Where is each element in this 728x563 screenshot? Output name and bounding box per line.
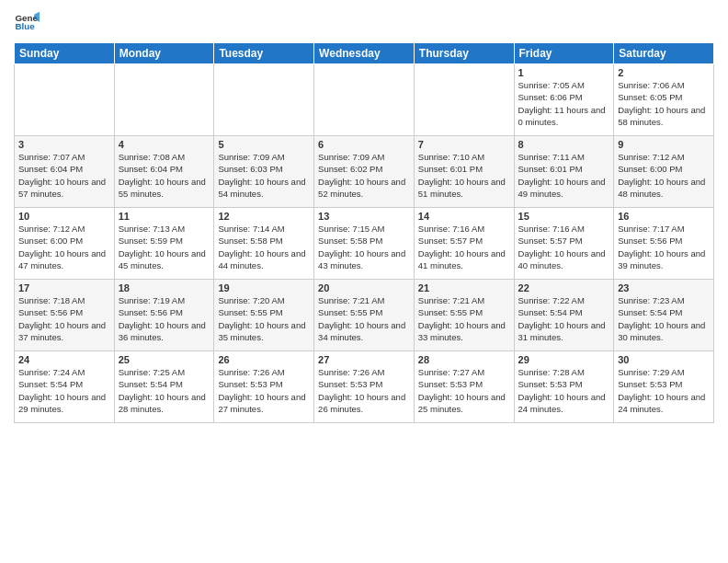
day-cell: 13Sunrise: 7:15 AMSunset: 5:58 PMDayligh… [314, 208, 415, 280]
day-info: Sunrise: 7:11 AMSunset: 6:01 PMDaylight:… [518, 151, 610, 200]
day-info: Sunrise: 7:18 AMSunset: 5:56 PMDaylight:… [18, 294, 110, 343]
day-number: 3 [18, 139, 110, 150]
day-cell: 30Sunrise: 7:29 AMSunset: 5:53 PMDayligh… [614, 351, 714, 423]
day-number: 24 [18, 354, 110, 365]
week-row: 24Sunrise: 7:24 AMSunset: 5:54 PMDayligh… [15, 351, 714, 423]
header: General Blue [14, 9, 714, 35]
day-cell: 16Sunrise: 7:17 AMSunset: 5:56 PMDayligh… [614, 208, 714, 280]
day-info: Sunrise: 7:08 AMSunset: 6:04 PMDaylight:… [119, 151, 210, 200]
day-cell: 3Sunrise: 7:07 AMSunset: 6:04 PMDaylight… [15, 136, 115, 208]
day-info: Sunrise: 7:13 AMSunset: 5:59 PMDaylight:… [119, 223, 210, 271]
day-info: Sunrise: 7:27 AMSunset: 5:53 PMDaylight:… [418, 366, 510, 415]
day-number: 18 [119, 282, 210, 293]
week-row: 17Sunrise: 7:18 AMSunset: 5:56 PMDayligh… [15, 280, 714, 351]
day-number: 17 [18, 282, 110, 293]
day-cell: 14Sunrise: 7:16 AMSunset: 5:57 PMDayligh… [414, 208, 514, 280]
weekday-header: Monday [114, 43, 214, 64]
day-number: 26 [218, 354, 310, 365]
day-number: 30 [618, 354, 710, 365]
weekday-header: Thursday [414, 43, 514, 64]
day-number: 9 [618, 139, 710, 150]
day-info: Sunrise: 7:21 AMSunset: 5:55 PMDaylight:… [418, 294, 510, 343]
week-row: 1Sunrise: 7:05 AMSunset: 6:06 PMDaylight… [15, 64, 714, 136]
day-number: 1 [518, 67, 610, 78]
svg-text:Blue: Blue [15, 21, 35, 31]
day-cell: 15Sunrise: 7:16 AMSunset: 5:57 PMDayligh… [514, 208, 614, 280]
day-number: 5 [218, 139, 310, 150]
day-number: 12 [218, 211, 310, 222]
day-info: Sunrise: 7:16 AMSunset: 5:57 PMDaylight:… [518, 223, 610, 271]
day-cell: 23Sunrise: 7:23 AMSunset: 5:54 PMDayligh… [614, 280, 714, 351]
day-cell: 4Sunrise: 7:08 AMSunset: 6:04 PMDaylight… [114, 136, 214, 208]
day-cell: 26Sunrise: 7:26 AMSunset: 5:53 PMDayligh… [214, 351, 314, 423]
weekday-header: Friday [514, 43, 614, 64]
day-info: Sunrise: 7:25 AMSunset: 5:54 PMDaylight:… [119, 366, 210, 415]
day-cell: 9Sunrise: 7:12 AMSunset: 6:00 PMDaylight… [614, 136, 714, 208]
weekday-header: Tuesday [214, 43, 314, 64]
day-cell: 25Sunrise: 7:25 AMSunset: 5:54 PMDayligh… [114, 351, 214, 423]
day-number: 19 [218, 282, 310, 293]
day-cell: 8Sunrise: 7:11 AMSunset: 6:01 PMDaylight… [514, 136, 614, 208]
day-cell [414, 64, 514, 136]
day-cell [15, 64, 115, 136]
day-number: 28 [418, 354, 510, 365]
day-cell: 21Sunrise: 7:21 AMSunset: 5:55 PMDayligh… [414, 280, 514, 351]
week-row: 3Sunrise: 7:07 AMSunset: 6:04 PMDaylight… [15, 136, 714, 208]
day-info: Sunrise: 7:20 AMSunset: 5:55 PMDaylight:… [218, 294, 310, 343]
day-info: Sunrise: 7:12 AMSunset: 6:00 PMDaylight:… [18, 223, 110, 271]
week-row: 10Sunrise: 7:12 AMSunset: 6:00 PMDayligh… [15, 208, 714, 280]
day-cell: 20Sunrise: 7:21 AMSunset: 5:55 PMDayligh… [314, 280, 415, 351]
weekday-header: Saturday [614, 43, 714, 64]
logo: General Blue [14, 9, 43, 35]
day-info: Sunrise: 7:23 AMSunset: 5:54 PMDaylight:… [618, 294, 710, 343]
day-info: Sunrise: 7:16 AMSunset: 5:57 PMDaylight:… [418, 223, 510, 271]
day-cell: 19Sunrise: 7:20 AMSunset: 5:55 PMDayligh… [214, 280, 314, 351]
page: General Blue SundayMondayTuesdayWednesda… [0, 0, 728, 563]
day-number: 25 [119, 354, 210, 365]
day-number: 20 [318, 282, 410, 293]
logo-icon: General Blue [14, 9, 40, 35]
day-info: Sunrise: 7:09 AMSunset: 6:02 PMDaylight:… [318, 151, 410, 200]
day-number: 21 [418, 282, 510, 293]
day-info: Sunrise: 7:12 AMSunset: 6:00 PMDaylight:… [618, 151, 710, 200]
day-info: Sunrise: 7:06 AMSunset: 6:05 PMDaylight:… [618, 79, 710, 128]
day-number: 13 [318, 211, 410, 222]
day-number: 27 [318, 354, 410, 365]
day-number: 29 [518, 354, 610, 365]
day-cell: 17Sunrise: 7:18 AMSunset: 5:56 PMDayligh… [15, 280, 115, 351]
day-number: 14 [418, 211, 510, 222]
day-cell: 29Sunrise: 7:28 AMSunset: 5:53 PMDayligh… [514, 351, 614, 423]
day-number: 10 [18, 211, 110, 222]
day-info: Sunrise: 7:28 AMSunset: 5:53 PMDaylight:… [518, 366, 610, 415]
day-info: Sunrise: 7:10 AMSunset: 6:01 PMDaylight:… [418, 151, 510, 200]
day-number: 8 [518, 139, 610, 150]
day-cell: 24Sunrise: 7:24 AMSunset: 5:54 PMDayligh… [15, 351, 115, 423]
day-info: Sunrise: 7:26 AMSunset: 5:53 PMDaylight:… [218, 366, 310, 415]
day-number: 11 [119, 211, 210, 222]
day-info: Sunrise: 7:07 AMSunset: 6:04 PMDaylight:… [18, 151, 110, 200]
day-cell [114, 64, 214, 136]
day-number: 4 [119, 139, 210, 150]
weekday-header: Wednesday [314, 43, 415, 64]
day-info: Sunrise: 7:17 AMSunset: 5:56 PMDaylight:… [618, 223, 710, 271]
day-info: Sunrise: 7:22 AMSunset: 5:54 PMDaylight:… [518, 294, 610, 343]
day-cell [214, 64, 314, 136]
day-cell: 10Sunrise: 7:12 AMSunset: 6:00 PMDayligh… [15, 208, 115, 280]
day-cell [314, 64, 415, 136]
day-cell: 2Sunrise: 7:06 AMSunset: 6:05 PMDaylight… [614, 64, 714, 136]
calendar: SundayMondayTuesdayWednesdayThursdayFrid… [14, 42, 714, 423]
day-number: 6 [318, 139, 410, 150]
day-number: 16 [618, 211, 710, 222]
day-number: 2 [618, 67, 710, 78]
day-info: Sunrise: 7:21 AMSunset: 5:55 PMDaylight:… [318, 294, 410, 343]
day-cell: 27Sunrise: 7:26 AMSunset: 5:53 PMDayligh… [314, 351, 415, 423]
day-number: 23 [618, 282, 710, 293]
day-info: Sunrise: 7:29 AMSunset: 5:53 PMDaylight:… [618, 366, 710, 415]
day-cell: 11Sunrise: 7:13 AMSunset: 5:59 PMDayligh… [114, 208, 214, 280]
day-cell: 12Sunrise: 7:14 AMSunset: 5:58 PMDayligh… [214, 208, 314, 280]
day-cell: 22Sunrise: 7:22 AMSunset: 5:54 PMDayligh… [514, 280, 614, 351]
weekday-header: Sunday [15, 43, 115, 64]
header-row: SundayMondayTuesdayWednesdayThursdayFrid… [15, 43, 714, 64]
day-info: Sunrise: 7:14 AMSunset: 5:58 PMDaylight:… [218, 223, 310, 271]
day-info: Sunrise: 7:05 AMSunset: 6:06 PMDaylight:… [518, 79, 610, 128]
